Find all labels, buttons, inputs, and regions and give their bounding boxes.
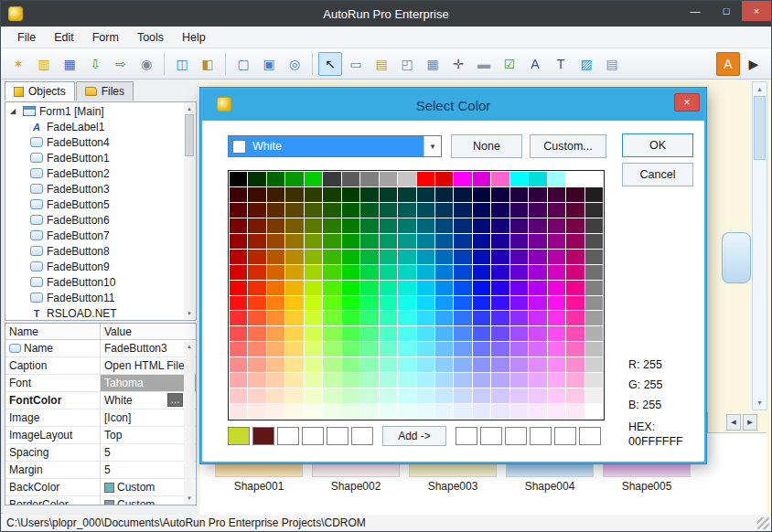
palette-cell[interactable] (454, 311, 471, 325)
palette-cell[interactable] (491, 296, 509, 311)
palette-cell[interactable] (267, 265, 284, 280)
property-value[interactable]: Tahoma (101, 375, 196, 391)
palette-cell[interactable] (473, 172, 490, 186)
palette-cell[interactable] (548, 357, 565, 372)
new-form-icon[interactable]: ▢ (231, 52, 255, 76)
palette-cell[interactable] (548, 373, 565, 388)
palette-cell[interactable] (585, 172, 603, 186)
palette-cell[interactable] (380, 265, 397, 280)
palette-cell[interactable] (491, 326, 509, 341)
palette-cell[interactable] (285, 218, 303, 233)
palette-cell[interactable] (417, 388, 434, 403)
palette-cell[interactable] (454, 203, 471, 218)
palette-cell[interactable] (417, 311, 434, 325)
palette-cell[interactable] (435, 187, 453, 202)
maximize-button[interactable]: □ (711, 1, 742, 21)
palette-cell[interactable] (305, 203, 322, 218)
palette-cell[interactable] (230, 265, 247, 280)
palette-cell[interactable] (305, 373, 322, 388)
menu-item-file[interactable]: File (8, 28, 45, 47)
palette-cell[interactable] (248, 388, 265, 403)
palette-cell[interactable] (360, 172, 378, 186)
palette-cell[interactable] (342, 250, 359, 264)
palette-cell[interactable] (548, 234, 565, 249)
custom-color-swatch[interactable] (456, 427, 477, 445)
palette-cell[interactable] (585, 357, 603, 372)
palette-cell[interactable] (305, 172, 322, 186)
palette-cell[interactable] (248, 172, 265, 186)
form-object[interactable] (722, 232, 751, 283)
scroll-up-icon[interactable]: ▲ (184, 341, 195, 352)
none-button[interactable]: None (451, 134, 522, 158)
new-project-icon[interactable]: ✶ (6, 52, 30, 76)
tree-item-fadebutton7[interactable]: FadeButton7 (5, 228, 196, 243)
property-value[interactable]: White… (101, 392, 196, 409)
palette-cell[interactable] (529, 311, 546, 325)
palette-cell[interactable] (417, 250, 434, 264)
palette-cell[interactable] (491, 218, 509, 233)
palette-cell[interactable] (491, 388, 509, 403)
palette-cell[interactable] (548, 296, 565, 311)
palette-cell[interactable] (417, 296, 434, 311)
palette-cell[interactable] (491, 373, 509, 388)
tree-item-fadebutton6[interactable]: FadeButton6 (5, 212, 196, 228)
palette-cell[interactable] (323, 250, 340, 264)
palette-cell[interactable] (529, 342, 546, 356)
palette-cell[interactable] (417, 172, 434, 186)
palette-cell[interactable] (380, 357, 397, 372)
palette-cell[interactable] (342, 326, 359, 341)
palette-cell[interactable] (473, 326, 490, 341)
ok-button-tool-icon[interactable]: ▬ (472, 52, 496, 76)
palette-cell[interactable] (473, 234, 490, 249)
property-name[interactable]: Image (5, 410, 101, 426)
chevron-down-icon[interactable]: ▼ (424, 136, 441, 156)
palette-cell[interactable] (548, 203, 565, 218)
custom-button[interactable]: Custom... (530, 134, 606, 158)
palette-cell[interactable] (305, 311, 322, 325)
palette-cell[interactable] (360, 281, 378, 295)
palette-cell[interactable] (398, 234, 415, 249)
palette-cell[interactable] (473, 281, 490, 295)
palette-cell[interactable] (491, 357, 509, 372)
palette-cell[interactable] (454, 187, 471, 202)
palette-cell[interactable] (248, 311, 265, 325)
palette-cell[interactable] (380, 281, 397, 295)
property-name[interactable]: BackColor (5, 479, 101, 495)
palette-cell[interactable] (585, 342, 603, 356)
palette-cell[interactable] (435, 311, 453, 325)
palette-cell[interactable] (566, 311, 584, 325)
palette-cell[interactable] (510, 218, 528, 233)
palette-cell[interactable] (230, 311, 247, 325)
zoom-icon[interactable]: ◎ (283, 52, 306, 76)
scroll-down-icon[interactable]: ▼ (184, 493, 195, 504)
palette-cell[interactable] (510, 187, 528, 202)
custom-color-swatch[interactable] (228, 427, 250, 445)
tree-item-fadebutton1[interactable]: FadeButton1 (5, 150, 196, 165)
close-button[interactable]: × (742, 1, 771, 21)
palette-cell[interactable] (360, 203, 378, 218)
palette-cell[interactable] (548, 172, 565, 186)
palette-cell[interactable] (510, 388, 528, 403)
form-vertical-scrollbar[interactable]: ▲ ▼ (752, 81, 767, 410)
palette-cell[interactable] (360, 326, 378, 341)
palette-cell[interactable] (454, 218, 471, 233)
palette-cell[interactable] (566, 187, 584, 202)
palette-cell[interactable] (230, 404, 247, 419)
tree-item-fadebutton4[interactable]: FadeButton4 (5, 134, 196, 150)
tab-tool-icon[interactable]: ◰ (395, 52, 419, 76)
frame-tool-icon[interactable]: ▭ (344, 52, 368, 76)
palette-cell[interactable] (305, 218, 322, 233)
palette-cell[interactable] (248, 373, 265, 388)
palette-cell[interactable] (230, 172, 247, 186)
custom-color-swatch[interactable] (530, 427, 552, 445)
palette-cell[interactable] (285, 234, 303, 249)
palette-cell[interactable] (491, 404, 509, 419)
palette-cell[interactable] (305, 250, 322, 264)
palette-cell[interactable] (285, 187, 303, 202)
palette-cell[interactable] (585, 234, 603, 249)
copy-icon[interactable]: ◫ (170, 52, 194, 76)
palette-cell[interactable] (323, 342, 340, 356)
property-name[interactable]: Margin (5, 462, 101, 478)
palette-cell[interactable] (473, 404, 490, 419)
palette-cell[interactable] (548, 250, 565, 264)
